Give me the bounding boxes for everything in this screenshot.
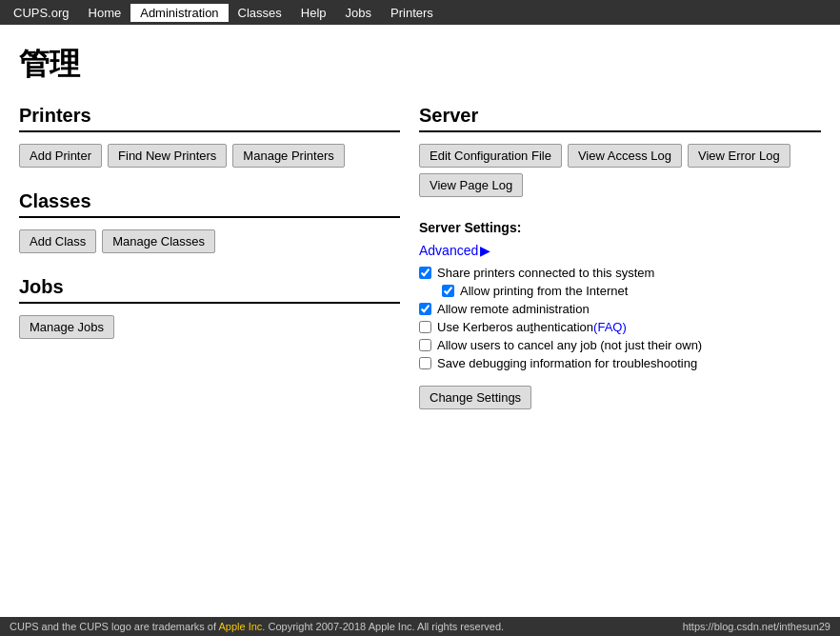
- allow-cancel-jobs-checkbox[interactable]: [419, 339, 431, 351]
- faq-link[interactable]: (FAQ): [593, 320, 627, 334]
- allow-remote-admin-checkbox[interactable]: [419, 303, 431, 315]
- allow-internet-printing-checkbox[interactable]: [442, 285, 454, 297]
- nav-item-classes[interactable]: Classes: [229, 4, 291, 22]
- add-printer-button[interactable]: Add Printer: [19, 144, 102, 168]
- apple-link[interactable]: Apple Inc.: [219, 621, 266, 632]
- list-item-allow-internet: Allow printing from the Internet: [442, 284, 821, 298]
- allow-internet-label: Allow printing from the Internet: [460, 284, 628, 298]
- classes-button-group: Add Class Manage Classes: [19, 229, 400, 253]
- nav-item-printers[interactable]: Printers: [381, 4, 443, 22]
- advanced-arrow-icon: ▶: [480, 243, 490, 258]
- advanced-link[interactable]: Advanced ▶: [419, 243, 490, 258]
- classes-heading: Classes: [19, 190, 400, 218]
- columns-container: Printers Add Printer Find New Printers M…: [19, 105, 821, 409]
- footer-url: https://blog.csdn.net/inthesun29: [683, 621, 830, 632]
- save-debug-checkbox[interactable]: [419, 357, 431, 369]
- save-debug-label: Save debugging information for troublesh…: [437, 356, 697, 370]
- change-settings-button[interactable]: Change Settings: [419, 386, 531, 409]
- printers-button-group: Add Printer Find New Printers Manage Pri…: [19, 144, 400, 168]
- right-column: Server Edit Configuration File View Acce…: [419, 105, 821, 409]
- printers-section: Printers Add Printer Find New Printers M…: [19, 105, 400, 168]
- settings-list: Share printers connected to this system …: [419, 266, 821, 370]
- manage-printers-button[interactable]: Manage Printers: [232, 144, 344, 168]
- jobs-heading: Jobs: [19, 276, 400, 304]
- advanced-label: Advanced: [419, 243, 478, 258]
- server-settings-label: Server Settings:: [419, 220, 821, 235]
- top-navigation: CUPS.orgHomeAdministrationClassesHelpJob…: [0, 0, 840, 25]
- nav-item-help[interactable]: Help: [291, 4, 336, 22]
- nav-item-jobs[interactable]: Jobs: [336, 4, 381, 22]
- kerberos-auth-checkbox[interactable]: [419, 321, 431, 333]
- server-heading: Server: [419, 105, 821, 132]
- nav-item-home[interactable]: Home: [79, 4, 131, 22]
- find-printers-button[interactable]: Find New Printers: [108, 144, 227, 168]
- nav-item-cups.org[interactable]: CUPS.org: [4, 4, 79, 22]
- footer-text-right: Copyright 2007-2018 Apple Inc. All right…: [268, 621, 504, 632]
- list-item-share-printers: Share printers connected to this system: [419, 266, 821, 280]
- server-section: Server Edit Configuration File View Acce…: [419, 105, 821, 409]
- apple-text: Apple Inc.: [219, 621, 266, 632]
- list-item-remote-admin: Allow remote administration: [419, 302, 821, 316]
- left-column: Printers Add Printer Find New Printers M…: [19, 105, 400, 362]
- list-item-debug: Save debugging information for troublesh…: [419, 356, 821, 370]
- manage-jobs-button[interactable]: Manage Jobs: [19, 315, 114, 339]
- edit-config-button[interactable]: Edit Configuration File: [419, 144, 562, 168]
- list-item-kerberos: Use Kerberos authentication (FAQ): [419, 320, 821, 334]
- view-access-log-button[interactable]: View Access Log: [568, 144, 682, 168]
- cancel-jobs-label: Allow users to cancel any job (not just …: [437, 338, 702, 352]
- jobs-button-group: Manage Jobs: [19, 315, 400, 339]
- view-page-log-button[interactable]: View Page Log: [419, 173, 523, 197]
- list-item-cancel-jobs: Allow users to cancel any job (not just …: [419, 338, 821, 352]
- footer-text-left: CUPS and the CUPS logo are trademarks of: [10, 621, 219, 632]
- classes-section: Classes Add Class Manage Classes: [19, 190, 400, 253]
- page-title: 管理: [19, 44, 821, 86]
- add-class-button[interactable]: Add Class: [19, 229, 96, 253]
- manage-classes-button[interactable]: Manage Classes: [102, 229, 215, 253]
- kerberos-label: Use Kerberos authentication: [437, 320, 593, 334]
- footer: CUPS and the CUPS logo are trademarks of…: [0, 617, 840, 636]
- nav-item-administration[interactable]: Administration: [130, 4, 228, 22]
- share-printers-checkbox[interactable]: [419, 267, 431, 279]
- share-printers-label: Share printers connected to this system: [437, 266, 654, 280]
- main-content: 管理 Printers Add Printer Find New Printer…: [0, 25, 840, 419]
- view-error-log-button[interactable]: View Error Log: [688, 144, 790, 168]
- jobs-section: Jobs Manage Jobs: [19, 276, 400, 339]
- footer-left: CUPS and the CUPS logo are trademarks of…: [10, 621, 504, 632]
- allow-remote-admin-label: Allow remote administration: [437, 302, 590, 316]
- server-button-group: Edit Configuration File View Access Log …: [419, 144, 821, 197]
- printers-heading: Printers: [19, 105, 400, 132]
